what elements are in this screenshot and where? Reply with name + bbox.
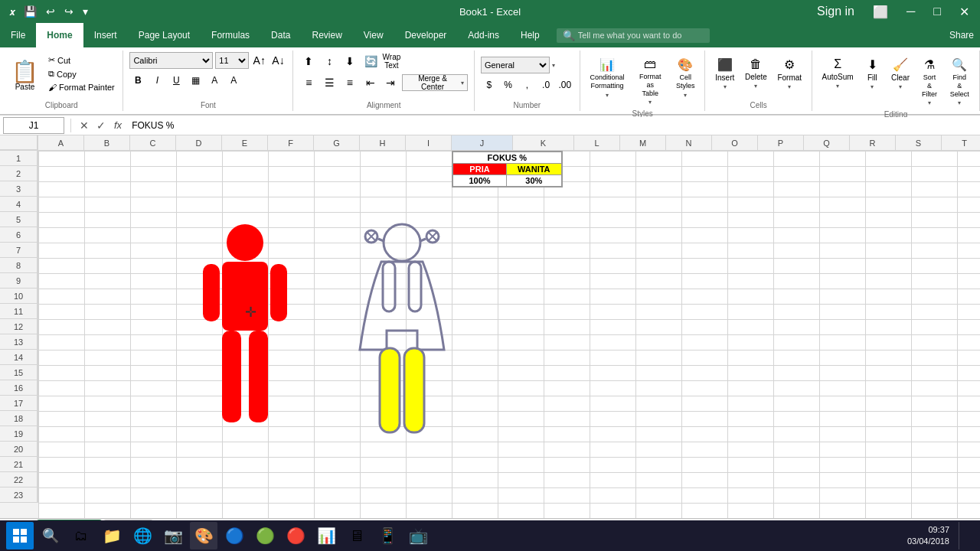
number-format-select[interactable]: General xyxy=(481,57,550,73)
confirm-formula-button[interactable]: ✓ xyxy=(94,119,108,132)
fill-color-button[interactable]: A xyxy=(206,72,223,89)
insert-button[interactable]: ⬛ Insert ▾ xyxy=(711,55,738,93)
row-header-21[interactable]: 21 xyxy=(0,457,38,472)
copy-button[interactable]: ⧉ Copy xyxy=(45,67,118,80)
taskbar-item5[interactable]: 📺 xyxy=(404,522,432,549)
paste-button[interactable]: 📋 Paste xyxy=(6,52,44,99)
task-view-button[interactable]: 🗂 xyxy=(67,522,95,549)
border-button[interactable]: ▦ xyxy=(187,72,204,89)
col-header-f[interactable]: F xyxy=(268,135,314,150)
col-header-i[interactable]: I xyxy=(406,135,452,150)
taskbar-paint[interactable]: 🎨 xyxy=(190,522,217,549)
col-header-h[interactable]: H xyxy=(360,135,406,150)
sign-in-button[interactable]: Sign in xyxy=(812,3,859,20)
increase-font-size-button[interactable]: A↑ xyxy=(251,52,268,69)
show-desktop-button[interactable] xyxy=(959,522,974,549)
minimize-button[interactable]: ─ xyxy=(902,3,920,20)
format-painter-button[interactable]: 🖌 Format Painter xyxy=(45,81,118,93)
share-button[interactable]: Share xyxy=(949,30,974,41)
right-align-button[interactable]: ≡ xyxy=(341,73,359,92)
col-header-k[interactable]: K xyxy=(513,135,574,150)
start-button[interactable] xyxy=(6,522,34,549)
decrease-font-size-button[interactable]: A↓ xyxy=(270,52,287,69)
decrease-indent-button[interactable]: ⇤ xyxy=(361,73,380,92)
row-header-17[interactable]: 17 xyxy=(0,396,38,411)
maximize-button[interactable]: □ xyxy=(929,3,946,20)
merge-center-button[interactable]: Merge & Center ▾ xyxy=(402,74,468,91)
top-align-button[interactable]: ⬆ xyxy=(299,52,318,70)
taskbar-excel[interactable]: 📊 xyxy=(312,522,340,549)
orientation-button[interactable]: 🔄 xyxy=(361,52,380,70)
cut-button[interactable]: ✂ Cut xyxy=(45,54,118,67)
close-button[interactable]: ✕ xyxy=(955,3,974,21)
tab-insert[interactable]: Insert xyxy=(83,23,128,47)
undo-button[interactable]: ↩ xyxy=(43,4,58,19)
tab-help[interactable]: Help xyxy=(510,23,550,47)
row-header-14[interactable]: 14 xyxy=(0,350,38,365)
ribbon-display-button[interactable]: ⬜ xyxy=(868,3,893,21)
col-header-m[interactable]: M xyxy=(620,135,666,150)
tab-home[interactable]: Home xyxy=(36,23,83,47)
tab-review[interactable]: Review xyxy=(301,23,352,47)
tell-me-input[interactable]: Tell me what you want to do xyxy=(578,31,682,40)
system-clock[interactable]: 09:37 03/04/2018 xyxy=(907,524,956,548)
row-header-16[interactable]: 16 xyxy=(0,380,38,396)
tab-add-ins[interactable]: Add-ins xyxy=(457,23,510,47)
taskbar-item3[interactable]: 🔴 xyxy=(282,522,309,549)
left-align-button[interactable]: ≡ xyxy=(299,73,318,92)
taskbar-item4[interactable]: 📱 xyxy=(374,522,401,549)
col-header-o[interactable]: O xyxy=(712,135,758,150)
excel-icon[interactable]: 𝙭 xyxy=(6,4,18,20)
percent-button[interactable]: % xyxy=(500,77,517,93)
row-header-6[interactable]: 6 xyxy=(0,227,38,243)
col-header-a[interactable]: A xyxy=(38,135,84,150)
sort-filter-button[interactable]: ⚗ Sort &Filter ▾ xyxy=(916,55,943,109)
name-box[interactable]: J1 xyxy=(3,117,64,134)
format-as-table-button[interactable]: 🗃 Format asTable ▾ xyxy=(631,55,669,108)
taskbar-item2[interactable]: 🟢 xyxy=(251,522,279,549)
bottom-align-button[interactable]: ⬇ xyxy=(341,52,359,70)
clear-button[interactable]: 🧹 Clear ▾ xyxy=(887,55,913,93)
col-header-g[interactable]: G xyxy=(314,135,360,150)
col-header-l[interactable]: L xyxy=(574,135,620,150)
redo-button[interactable]: ↪ xyxy=(61,4,77,19)
row-header-15[interactable]: 15 xyxy=(0,365,38,380)
row-header-4[interactable]: 4 xyxy=(0,197,38,212)
row-header-3[interactable]: 3 xyxy=(0,181,38,197)
tab-data[interactable]: Data xyxy=(260,23,301,47)
row-header-7[interactable]: 7 xyxy=(0,243,38,258)
font-color-button[interactable]: A xyxy=(225,72,242,89)
comma-button[interactable]: , xyxy=(518,77,535,93)
format-button[interactable]: ⚙ Format ▾ xyxy=(774,55,805,93)
bold-button[interactable]: B xyxy=(129,72,146,89)
col-header-t[interactable]: T xyxy=(942,135,980,150)
col-header-r[interactable]: R xyxy=(850,135,896,150)
col-header-d[interactable]: D xyxy=(176,135,222,150)
decrease-decimal-button[interactable]: .0 xyxy=(537,77,554,93)
conditional-formatting-button[interactable]: 📊 ConditionalFormatting ▾ xyxy=(586,55,628,101)
row-header-10[interactable]: 10 xyxy=(0,289,38,304)
tab-file[interactable]: File xyxy=(0,23,36,47)
row-header-20[interactable]: 20 xyxy=(0,442,38,457)
row-header-19[interactable]: 19 xyxy=(0,426,38,442)
table-pria-value[interactable]: 100% xyxy=(453,175,507,187)
row-header-5[interactable]: 5 xyxy=(0,212,38,227)
delete-button[interactable]: 🗑 Delete ▾ xyxy=(741,55,771,92)
row-header-8[interactable]: 8 xyxy=(0,258,38,273)
increase-indent-button[interactable]: ⇥ xyxy=(381,73,400,92)
middle-align-button[interactable]: ↕ xyxy=(320,52,338,70)
row-header-11[interactable]: 11 xyxy=(0,304,38,319)
fill-button[interactable]: ⬇ Fill ▾ xyxy=(860,55,884,93)
tab-formulas[interactable]: Formulas xyxy=(201,23,260,47)
save-button[interactable]: 💾 xyxy=(21,4,40,19)
find-select-button[interactable]: 🔍 Find &Select ▾ xyxy=(946,55,973,109)
table-wanita-value[interactable]: 30% xyxy=(507,175,562,187)
row-header-9[interactable]: 9 xyxy=(0,273,38,289)
tab-page-layout[interactable]: Page Layout xyxy=(128,23,201,47)
cancel-formula-button[interactable]: ✕ xyxy=(77,119,91,132)
tab-view[interactable]: View xyxy=(353,23,394,47)
col-header-e[interactable]: E xyxy=(222,135,268,150)
center-align-button[interactable]: ☰ xyxy=(320,73,338,92)
formula-input[interactable] xyxy=(128,117,977,134)
table-wanita-header[interactable]: WANITA xyxy=(507,164,562,175)
